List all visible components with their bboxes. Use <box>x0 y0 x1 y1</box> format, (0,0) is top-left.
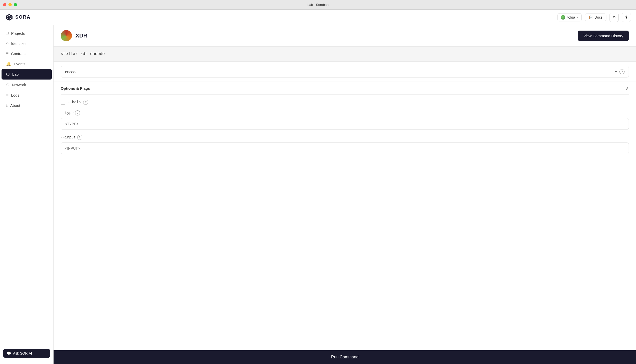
encode-selector[interactable]: encode ▾ ? <box>61 66 629 77</box>
sidebar-label-projects: Projects <box>11 31 25 35</box>
encode-value: encode <box>65 70 78 74</box>
ask-sorai-button[interactable]: 💬 Ask SOR.AI <box>3 349 50 358</box>
type-help-icon[interactable]: ? <box>75 110 80 115</box>
type-field-label: --type ? <box>61 110 629 115</box>
encode-selector-right: ▾ ? <box>615 69 625 74</box>
xdr-orb <box>61 30 72 41</box>
user-name: tolga <box>567 15 575 19</box>
network-icon: ⊕ <box>6 82 9 87</box>
logo-text: SORA <box>15 15 31 20</box>
input-field-label: --input ? <box>61 135 629 140</box>
content-body: stellar xdr encode encode ▾ ? Options & … <box>54 47 636 350</box>
docs-button[interactable]: 📋 Docs <box>585 14 606 21</box>
help-flag-label: --help <box>68 100 81 104</box>
help-checkbox[interactable] <box>61 100 65 105</box>
command-display: stellar xdr encode <box>54 47 636 62</box>
type-field-group: --type ? <box>61 110 629 130</box>
lab-icon: ⬡ <box>6 72 10 77</box>
encode-selector-wrap: encode ▾ ? <box>54 62 636 82</box>
options-header: Options & Flags ∧ <box>61 82 629 95</box>
close-button[interactable] <box>3 3 6 6</box>
sidebar-item-projects[interactable]: □ Projects <box>2 28 52 38</box>
help-flag-help-icon[interactable]: ? <box>83 100 88 105</box>
type-input[interactable] <box>61 118 629 130</box>
view-history-button[interactable]: View Command History <box>578 31 629 41</box>
sidebar-label-identities: Identities <box>11 41 27 46</box>
sidebar-item-logs[interactable]: ≡ Logs <box>2 90 52 100</box>
projects-icon: □ <box>6 31 9 35</box>
sidebar: □ Projects ○ Identities ≡ Contracts 🔔 Ev… <box>0 25 54 364</box>
docs-icon: 📋 <box>589 15 593 19</box>
options-title: Options & Flags <box>61 86 90 90</box>
minimize-button[interactable] <box>8 3 12 6</box>
logs-icon: ≡ <box>6 93 8 97</box>
header-right: tolga ▾ 📋 Docs ↺ ☀ <box>557 13 631 22</box>
sidebar-item-lab[interactable]: ⬡ Lab <box>2 69 52 80</box>
sidebar-label-about: About <box>10 103 20 108</box>
chevron-down-icon: ▾ <box>577 16 578 19</box>
sidebar-item-events[interactable]: 🔔 Events <box>2 59 52 69</box>
sidebar-label-lab: Lab <box>12 72 19 76</box>
sidebar-label-events: Events <box>14 62 26 66</box>
sidebar-item-identities[interactable]: ○ Identities <box>2 38 52 48</box>
sidebar-label-contracts: Contracts <box>11 51 27 56</box>
page-title-area: XDR <box>61 30 87 41</box>
refresh-button[interactable]: ↺ <box>609 13 619 22</box>
page-title: XDR <box>75 32 87 39</box>
about-icon: ℹ <box>6 103 8 108</box>
theme-icon: ☀ <box>625 15 628 20</box>
theme-toggle-button[interactable]: ☀ <box>622 13 631 22</box>
app-header: SORA tolga ▾ 📋 Docs ↺ ☀ <box>0 10 636 25</box>
run-command-button[interactable]: Run Command <box>61 355 629 359</box>
sidebar-item-network[interactable]: ⊕ Network <box>2 80 52 90</box>
sidebar-item-about[interactable]: ℹ About <box>2 100 52 111</box>
content-area: XDR View Command History stellar xdr enc… <box>54 25 636 364</box>
events-icon: 🔔 <box>6 61 11 66</box>
user-selector[interactable]: tolga ▾ <box>557 13 582 21</box>
options-section: Options & Flags ∧ --help ? --type ? <box>54 82 636 164</box>
sidebar-label-network: Network <box>12 83 26 87</box>
sidebar-label-logs: Logs <box>11 93 19 97</box>
title-bar: Lab - Soroban <box>0 0 636 10</box>
user-avatar <box>561 15 565 20</box>
logo: SORA <box>5 13 31 21</box>
identities-icon: ○ <box>6 41 9 46</box>
input-field-group: --input ? <box>61 135 629 154</box>
contracts-icon: ≡ <box>6 51 8 56</box>
encode-help-icon[interactable]: ? <box>619 69 625 74</box>
input-flag-name: --input <box>61 135 76 139</box>
input-field[interactable] <box>61 142 629 154</box>
refresh-icon: ↺ <box>613 15 616 20</box>
content-header: XDR View Command History <box>54 25 636 47</box>
window-controls[interactable] <box>3 3 17 6</box>
help-flag-row: --help ? <box>61 100 629 105</box>
window-title: Lab - Soroban <box>308 3 328 7</box>
sidebar-bottom: 💬 Ask SOR.AI <box>0 346 53 361</box>
chat-icon: 💬 <box>7 351 11 355</box>
run-footer: Run Command <box>54 350 636 364</box>
collapse-button[interactable]: ∧ <box>626 86 629 91</box>
maximize-button[interactable] <box>14 3 17 6</box>
logo-icon <box>5 13 13 21</box>
sidebar-item-contracts[interactable]: ≡ Contracts <box>2 48 52 59</box>
input-help-icon[interactable]: ? <box>77 135 82 140</box>
selector-chevron-icon: ▾ <box>615 70 617 74</box>
ask-sorai-label: Ask SOR.AI <box>13 351 32 355</box>
type-flag-name: --type <box>61 111 73 115</box>
